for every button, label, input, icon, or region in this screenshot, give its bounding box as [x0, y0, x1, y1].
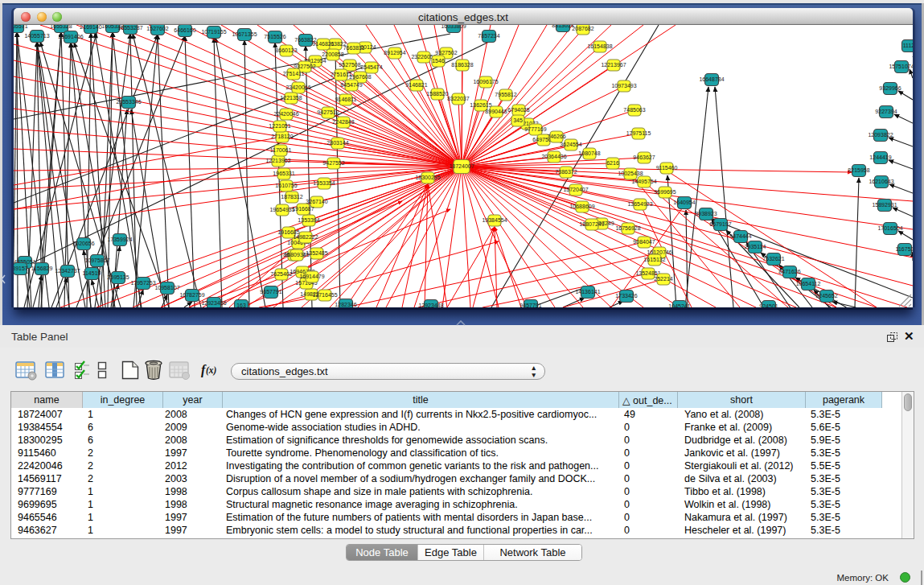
- svg-text:12923448: 12923448: [418, 303, 443, 307]
- svg-text:9084047: 9084047: [633, 239, 655, 245]
- svg-text:2020656: 2020656: [72, 241, 94, 246]
- svg-text:39157: 39157: [14, 266, 28, 271]
- svg-text:1588520: 1588520: [426, 91, 448, 97]
- svg-text:18724007: 18724007: [449, 163, 474, 169]
- svg-text:12213967: 12213967: [601, 62, 626, 68]
- svg-text:16648784: 16648784: [699, 76, 724, 82]
- svg-text:9115460: 9115460: [656, 165, 678, 171]
- svg-text:9427512: 9427512: [317, 109, 339, 115]
- svg-text:8813054: 8813054: [552, 25, 573, 28]
- svg-text:163: 163: [236, 303, 246, 307]
- svg-text:3267140: 3267140: [306, 199, 327, 204]
- svg-text:17016504: 17016504: [877, 225, 902, 231]
- svg-text:8215958: 8215958: [848, 167, 869, 173]
- svg-text:2087682: 2087682: [572, 26, 593, 31]
- svg-text:16154838: 16154838: [587, 43, 612, 49]
- svg-text:9146811: 9146811: [335, 97, 357, 102]
- svg-text:252214: 252214: [654, 276, 672, 282]
- svg-text:9457791: 9457791: [519, 303, 541, 307]
- svg-text:9227394: 9227394: [875, 109, 897, 114]
- svg-text:1405571: 1405571: [14, 25, 28, 29]
- svg-text:8471626: 8471626: [778, 269, 800, 274]
- svg-text:2200858: 2200858: [322, 51, 343, 57]
- svg-text:6679197: 6679197: [709, 221, 731, 227]
- svg-text:19384554: 19384554: [482, 217, 507, 223]
- svg-text:12923456: 12923456: [201, 300, 226, 306]
- svg-text:20364436: 20364436: [541, 154, 566, 159]
- svg-text:9463627: 9463627: [633, 154, 655, 160]
- svg-text:1244419: 1244419: [869, 154, 891, 160]
- svg-text:7515526: 7515526: [264, 34, 285, 39]
- svg-text:1733426: 1733426: [615, 293, 637, 299]
- svg-text:16553287: 16553287: [117, 25, 142, 31]
- svg-text:14495754: 14495754: [631, 179, 656, 184]
- svg-text:9427552: 9427552: [322, 160, 344, 166]
- svg-text:2803144: 2803144: [326, 140, 348, 146]
- svg-text:16914479: 16914479: [299, 274, 324, 279]
- svg-text:10671355: 10671355: [232, 31, 257, 37]
- svg-text:8990448: 8990448: [485, 109, 507, 114]
- svg-text:10958107: 10958107: [154, 285, 179, 290]
- svg-text:9329966: 9329966: [879, 85, 901, 91]
- svg-text:9245652: 9245652: [815, 293, 837, 299]
- svg-text:17975115: 17975115: [626, 130, 651, 136]
- svg-text:14136141: 14136141: [575, 289, 600, 295]
- svg-text:1170061: 1170061: [270, 147, 292, 153]
- svg-text:8912954: 8912954: [384, 50, 405, 56]
- svg-text:9657791: 9657791: [260, 289, 281, 295]
- svg-text:1546: 1546: [432, 58, 445, 64]
- svg-text:7386372: 7386372: [555, 169, 577, 175]
- svg-text:10688609: 10688609: [569, 204, 594, 209]
- svg-text:8454749: 8454749: [340, 82, 362, 88]
- svg-text:16782759: 16782759: [179, 292, 204, 298]
- svg-text:6466160: 6466160: [174, 27, 195, 33]
- svg-text:9699695: 9699695: [654, 189, 676, 195]
- svg-text:23420046: 23420046: [285, 84, 310, 90]
- svg-text:1655328: 1655328: [50, 25, 72, 29]
- svg-text:17957253: 17957253: [130, 280, 155, 286]
- svg-text:8938923: 8938923: [695, 211, 717, 216]
- svg-text:345: 345: [513, 117, 523, 123]
- svg-text:10025438: 10025438: [618, 171, 643, 176]
- svg-text:1080748: 1080748: [578, 150, 600, 156]
- svg-text:16210643: 16210643: [869, 179, 893, 184]
- svg-text:18807249: 18807249: [579, 221, 604, 227]
- svg-text:6216: 6216: [606, 160, 619, 166]
- svg-text:746266: 746266: [547, 134, 565, 139]
- svg-text:9474444: 9474444: [729, 233, 751, 239]
- svg-text:12213962: 12213962: [265, 158, 290, 163]
- svg-text:924501: 924501: [759, 303, 778, 307]
- svg-text:14055713: 14055713: [24, 33, 49, 39]
- svg-text:1916687: 1916687: [292, 206, 314, 212]
- svg-text:9146821: 9146821: [405, 82, 427, 88]
- svg-text:14982222: 14982222: [293, 234, 318, 240]
- svg-text:18300295: 18300295: [415, 175, 440, 180]
- svg-text:9527508: 9527508: [339, 62, 360, 68]
- svg-text:2242848: 2242848: [332, 119, 354, 125]
- svg-text:1640954: 1640954: [673, 200, 695, 205]
- svg-text:(x): (x): [206, 365, 217, 376]
- svg-text:10654112: 10654112: [796, 281, 821, 286]
- svg-text:12093822: 12093822: [868, 132, 893, 138]
- svg-text:15751074: 15751074: [889, 64, 913, 69]
- svg-text:13716455: 13716455: [312, 292, 337, 298]
- svg-text:1045241: 1045241: [668, 303, 690, 307]
- svg-text:7625402: 7625402: [270, 271, 292, 277]
- svg-text:2935114: 2935114: [745, 244, 766, 249]
- svg-text:1965331: 1965331: [273, 171, 294, 176]
- svg-text:10975867: 10975867: [84, 257, 109, 263]
- svg-text:2595135: 2595135: [107, 274, 129, 280]
- svg-text:17359924: 17359924: [107, 237, 132, 242]
- svg-text:8322037: 8322037: [447, 96, 469, 101]
- svg-text:29553346: 29553346: [116, 99, 141, 105]
- svg-text:2751411: 2751411: [283, 71, 305, 76]
- svg-text:10973493: 10973493: [611, 83, 636, 89]
- svg-text:1362615: 1362615: [470, 102, 491, 108]
- svg-text:116753: 116753: [896, 246, 913, 252]
- svg-text:7663811: 7663811: [343, 45, 365, 51]
- svg-text:1527602: 1527602: [146, 26, 168, 31]
- svg-text:2718120: 2718120: [271, 134, 293, 139]
- svg-text:12342737: 12342737: [55, 268, 80, 274]
- svg-text:16809345: 16809345: [284, 252, 309, 257]
- svg-text:13654923: 13654923: [627, 201, 652, 207]
